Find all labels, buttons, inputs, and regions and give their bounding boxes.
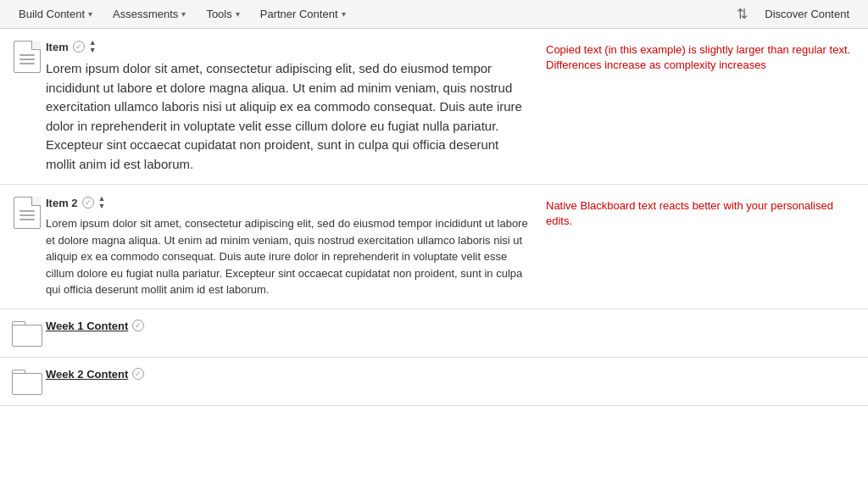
navbar: Build Content ▾ Assessments ▾ Tools ▾ Pa…	[0, 0, 868, 29]
file-icon-line	[19, 210, 35, 212]
item-2-check-icon	[82, 197, 94, 209]
file-icon-line	[19, 214, 35, 216]
nav-build-content-chevron: ▾	[88, 9, 92, 19]
file-icon-line	[19, 58, 35, 60]
folder-icon-week2	[12, 370, 42, 395]
folder-body	[12, 373, 42, 395]
nav-build-content[interactable]: Build Content ▾	[8, 0, 103, 28]
item-2-text: Lorem ipsum dolor sit amet, consectetur …	[46, 215, 529, 298]
folder-body	[12, 325, 42, 347]
nav-tools[interactable]: Tools ▾	[196, 0, 249, 28]
item-1-title-row: Item ▲ ▼	[46, 39, 529, 54]
week2-icon	[8, 368, 46, 395]
file-icon-line	[19, 63, 35, 64]
nav-assessments-chevron: ▾	[181, 9, 186, 19]
week2-body: Week 2 Content	[46, 368, 860, 395]
item-1-sort-icon[interactable]: ▲ ▼	[89, 39, 97, 54]
content-item-week1: Week 1 Content	[0, 309, 868, 358]
week1-icon	[8, 320, 46, 347]
week1-body: Week 1 Content	[46, 320, 860, 347]
nav-build-content-label: Build Content	[19, 8, 85, 20]
nav-partner-content-label: Partner Content	[260, 8, 338, 20]
item-1-callout: Copied text (in this example) is slightl…	[537, 39, 860, 174]
item-1-text: Lorem ipsum dolor sit amet, consectetur …	[46, 59, 529, 174]
item-2-title-row: Item 2 ▲ ▼	[46, 195, 529, 210]
week1-check-icon	[132, 320, 144, 331]
content-item-1: Item ▲ ▼ Lorem ipsum dolor sit amet, con…	[0, 29, 868, 185]
file-icon-1	[14, 41, 41, 73]
file-icon-line	[19, 219, 35, 220]
item-2-sort-icon[interactable]: ▲ ▼	[98, 195, 106, 210]
week2-check-icon	[132, 368, 144, 380]
item-1-check-icon	[73, 41, 85, 53]
nav-tools-label: Tools	[206, 8, 231, 20]
nav-assessments[interactable]: Assessments ▾	[103, 0, 196, 28]
item-2-title: Item 2	[46, 197, 78, 209]
item-2-icon	[8, 195, 46, 298]
week1-title[interactable]: Week 1 Content	[46, 320, 128, 332]
content-area: Item ▲ ▼ Lorem ipsum dolor sit amet, con…	[0, 29, 868, 406]
content-item-week2: Week 2 Content	[0, 358, 868, 406]
file-icon-lines-1	[19, 54, 35, 64]
week1-title-row: Week 1 Content	[46, 320, 851, 332]
nav-partner-content-chevron: ▾	[342, 9, 346, 19]
week2-title-row: Week 2 Content	[46, 368, 851, 381]
folder-icon-week1	[12, 321, 42, 347]
item-1-title: Item	[46, 41, 69, 53]
nav-tools-chevron: ▾	[236, 9, 240, 19]
file-icon-line	[19, 54, 35, 56]
file-icon-2	[14, 197, 41, 229]
nav-partner-content[interactable]: Partner Content ▾	[250, 0, 356, 28]
nav-assessments-label: Assessments	[113, 8, 178, 20]
item-1-icon	[8, 39, 46, 174]
sort-down-icon: ▼	[89, 47, 97, 54]
item-2-body: Item 2 ▲ ▼ Lorem ipsum dolor sit amet, c…	[46, 195, 537, 298]
discover-content-link[interactable]: Discover Content	[754, 8, 860, 20]
item-2-callout: Native Blackboard text reacts better wit…	[537, 195, 860, 298]
item-2-callout-text: Native Blackboard text reacts better wit…	[546, 198, 860, 229]
item-1-callout-text: Copied text (in this example) is slightl…	[546, 42, 860, 73]
file-icon-lines-2	[19, 210, 35, 220]
week2-title[interactable]: Week 2 Content	[46, 368, 128, 381]
item-1-body: Item ▲ ▼ Lorem ipsum dolor sit amet, con…	[46, 39, 537, 174]
sort-down-icon: ▼	[98, 203, 106, 210]
content-item-2: Item 2 ▲ ▼ Lorem ipsum dolor sit amet, c…	[0, 185, 868, 309]
sort-button[interactable]: ⇅	[730, 6, 754, 22]
